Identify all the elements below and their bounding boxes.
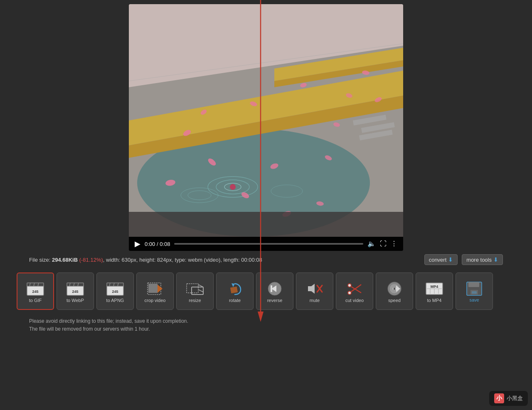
file-size-percent: (-81.12%) (79, 257, 103, 263)
svg-point-73 (348, 292, 351, 294)
svg-text:245: 245 (72, 290, 78, 294)
tool-cut-video[interactable]: cut video (336, 273, 373, 310)
more-options-button[interactable]: ⋮ (391, 241, 397, 247)
svg-marker-61 (232, 283, 235, 287)
svg-rect-88 (472, 291, 477, 294)
tool-mute-label: mute (310, 298, 320, 303)
tool-to-apng[interactable]: 245 to APNG (96, 273, 134, 310)
tool-webp-label: to WebP (66, 298, 84, 303)
svg-rect-62 (230, 287, 238, 294)
tool-mute[interactable]: mute (296, 273, 333, 310)
tool-reverse[interactable]: reverse (256, 273, 293, 310)
more-tools-label: more tools (466, 257, 492, 263)
main-container: ▶ 0:00 / 0:08 🔈 ⛶ ⋮ File size: 294.68KiB… (0, 0, 532, 336)
tool-cut-label: cut video (345, 298, 364, 303)
clapper-apng-icon: 245 (106, 281, 124, 296)
tool-save-label: save (469, 297, 479, 302)
video-player: ▶ 0:00 / 0:08 🔈 ⛶ ⋮ (129, 4, 403, 251)
file-info-text: File size: 294.68KiB (-81.12%), width: 6… (29, 257, 420, 263)
svg-point-11 (230, 184, 236, 190)
svg-line-59 (198, 285, 203, 287)
tool-to-mp4[interactable]: MP4 to MP4 (416, 273, 453, 310)
tool-rotate-label: rotate (229, 298, 241, 303)
svg-rect-57 (187, 284, 198, 293)
watermark-text: 小黑盒 (507, 395, 523, 402)
more-tools-arrow-icon: ⬇ (493, 256, 498, 263)
tool-save[interactable]: save (456, 273, 493, 310)
more-tools-button[interactable]: more tools ⬇ (462, 254, 503, 265)
video-container-wrap: ▶ 0:00 / 0:08 🔈 ⛶ ⋮ (129, 4, 403, 251)
file-size-value: 294.68KiB (52, 257, 78, 263)
notice-line1: Please avoid directly linking to this fi… (29, 317, 503, 325)
svg-marker-66 (308, 284, 315, 294)
tool-resize-label: resize (189, 298, 201, 303)
save-icon (466, 282, 482, 296)
cut-video-icon (345, 281, 364, 296)
tool-gif-label: to GIF (29, 298, 42, 303)
clapper-gif-icon: 245 (26, 281, 44, 296)
svg-point-74 (348, 284, 351, 287)
tool-mp4-label: to MP4 (427, 298, 442, 303)
svg-rect-35 (129, 212, 403, 237)
fullscreen-button[interactable]: ⛶ (380, 241, 387, 247)
scene-svg (129, 4, 403, 237)
reverse-icon (266, 281, 284, 296)
tool-rotate[interactable]: rotate (216, 273, 254, 310)
svg-marker-55 (158, 285, 163, 293)
crop-video-icon (146, 281, 164, 296)
svg-rect-86 (468, 282, 479, 287)
tools-bar: 245 to GIF 245 to WebP (8, 268, 524, 314)
file-size-label: File size: (29, 257, 50, 263)
svg-rect-58 (192, 287, 203, 295)
tool-to-gif[interactable]: 245 to GIF (17, 273, 54, 310)
progress-bar[interactable] (174, 243, 363, 245)
mp4-icon: MP4 (425, 281, 443, 296)
svg-text:MP4: MP4 (431, 285, 438, 289)
svg-text:245: 245 (32, 290, 38, 294)
svg-point-78 (394, 288, 396, 290)
play-button[interactable]: ▶ (135, 240, 140, 248)
file-info-bar: File size: 294.68KiB (-81.12%), width: 6… (17, 251, 515, 268)
convert-arrow-icon: ⬇ (448, 256, 453, 263)
notice-bar: Please avoid directly linking to this fi… (17, 314, 515, 336)
notice-line2: The file will be removed from our server… (29, 325, 503, 333)
svg-line-60 (198, 290, 203, 292)
tool-reverse-label: reverse (267, 298, 283, 303)
time-display: 0:00 / 0:08 (145, 241, 170, 247)
tool-crop-label: crop video (145, 298, 166, 303)
rotate-icon (226, 281, 244, 296)
tool-speed[interactable]: speed (376, 273, 413, 310)
video-preview (129, 4, 403, 237)
convert-button[interactable]: convert ⬇ (424, 254, 458, 265)
tool-crop-video[interactable]: crop video (136, 273, 174, 310)
volume-button[interactable]: 🔈 (367, 241, 376, 247)
tool-speed-label: speed (388, 298, 401, 303)
file-details: width: 630px, height: 824px, type: webm … (106, 257, 262, 263)
mute-icon (305, 281, 324, 296)
tool-to-webp[interactable]: 245 to WebP (57, 273, 94, 310)
convert-label: convert (429, 257, 447, 263)
video-controls: ▶ 0:00 / 0:08 🔈 ⛶ ⋮ (129, 237, 403, 251)
svg-rect-56 (148, 284, 158, 293)
tool-apng-label: to APNG (106, 298, 124, 303)
svg-rect-65 (271, 285, 272, 292)
clapper-webp-icon: 245 (66, 281, 84, 296)
watermark: 小 小黑盒 (489, 391, 528, 406)
tool-resize[interactable]: resize (176, 273, 214, 310)
watermark-icon: 小 (494, 393, 504, 403)
svg-text:245: 245 (112, 290, 118, 294)
speed-icon (385, 281, 404, 296)
resize-icon (186, 281, 204, 296)
